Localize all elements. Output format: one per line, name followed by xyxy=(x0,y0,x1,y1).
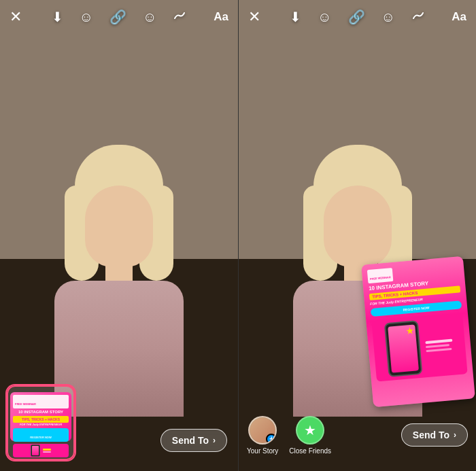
story-bar: + Your Story ★ Close Friends Send To › xyxy=(239,410,476,471)
download-icon[interactable]: ⬇ xyxy=(52,9,63,25)
star-badge: ★ xyxy=(405,324,415,336)
sticker-face-icon-right[interactable]: ☺ xyxy=(381,10,395,25)
right-panel: ✕ ⬇ ☺ 🔗 ☺ Aa FREE WEBINAR 10 INSTAGRAM S… xyxy=(238,0,476,471)
close-icon[interactable]: ✕ xyxy=(10,8,22,26)
sticker-tray[interactable]: FREE WEBINAR 10 INSTAGRAM STORY TIPS, TR… xyxy=(7,385,75,460)
sticker-preview: FREE WEBINAR 10 INSTAGRAM STORY TIPS, TR… xyxy=(10,392,71,441)
sticker-face-icon[interactable]: ☺ xyxy=(143,10,156,25)
your-story-option[interactable]: + Your Story xyxy=(247,416,278,455)
text-tool-icon[interactable]: Aa xyxy=(214,10,228,24)
draw-icon[interactable] xyxy=(173,9,186,26)
phone-shape xyxy=(384,320,423,377)
send-to-button[interactable]: Send To › xyxy=(160,429,227,452)
face-right xyxy=(324,186,392,267)
close-friends-label: Close Friends xyxy=(289,447,331,455)
text-tool-icon-right[interactable]: Aa xyxy=(452,10,466,24)
link-icon-right[interactable]: 🔗 xyxy=(348,9,365,25)
send-to-arrow-right: › xyxy=(454,430,456,440)
sticker-subtitle: TIPS, TRICKS + HACKS xyxy=(14,417,67,421)
close-friends-option[interactable]: ★ Close Friends xyxy=(289,416,331,455)
sticker-title: 10 INSTAGRAM STORY xyxy=(13,410,69,415)
close-friends-avatar: ★ xyxy=(296,416,324,444)
link-icon[interactable]: 🔗 xyxy=(109,9,126,25)
right-toolbar: ✕ ⬇ ☺ 🔗 ☺ Aa xyxy=(239,0,476,34)
your-story-label: Your Story xyxy=(247,447,278,455)
face xyxy=(85,186,153,267)
send-to-area: Send To › xyxy=(160,429,227,452)
send-to-label: Send To xyxy=(172,435,209,446)
send-to-button-right[interactable]: Send To › xyxy=(401,423,468,447)
left-toolbar: ✕ ⬇ ☺ 🔗 ☺ Aa xyxy=(0,0,238,34)
send-to-arrow: › xyxy=(213,436,216,445)
book-phone-area: ★ xyxy=(371,313,467,381)
sticker-register: REGISTER NOW xyxy=(30,436,51,439)
emoji-icon-right[interactable]: ☺ xyxy=(318,10,331,25)
emoji-icon[interactable]: ☺ xyxy=(80,10,93,25)
download-icon-right[interactable]: ⬇ xyxy=(290,9,301,25)
draw-icon-right[interactable] xyxy=(411,9,425,26)
send-to-label-right: Send To xyxy=(413,430,449,440)
book-register: REGISTER NOW xyxy=(375,302,458,314)
star-icon: ★ xyxy=(304,422,316,438)
book-sticker[interactable]: FREE WEBINAR 10 INSTAGRAM STORY TIPS, TR… xyxy=(361,256,475,407)
sticker-for: FOR THE Judy ENTREPRENEUR xyxy=(13,423,69,427)
close-icon-right[interactable]: ✕ xyxy=(248,8,260,26)
your-story-avatar: + xyxy=(248,416,277,444)
left-panel: ✕ ⬇ ☺ 🔗 ☺ Aa FREE WEBINAR 10 INSTAGRAM S… xyxy=(0,0,238,471)
